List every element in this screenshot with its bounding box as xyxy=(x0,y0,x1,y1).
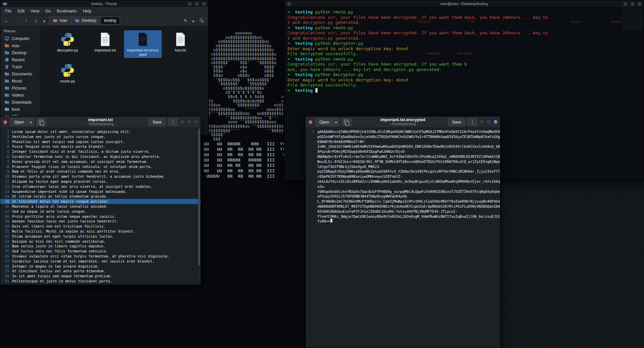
text-line: YYvmfCOKKs_SWgje7QwCd3K1woky89eXh7e6SSkL… xyxy=(306,214,500,219)
document-title-block: important.txt.encrypted ~/Desktop/testin… xyxy=(380,117,425,126)
desktop-icon-label[interactable]: lemuresin xyxy=(457,51,473,55)
desktop-icon-label[interactable]: Oragsty xyxy=(418,20,431,24)
text-line: 15In tincidunt metus non mauris congue p… xyxy=(0,199,201,204)
text-line: 14Ut rutrum turpis ac tellus elementum g… xyxy=(0,194,201,199)
text-line: oW0A0d6NT9ORLE7_RRIYSTUgbNA00OhNEzfKjdxH… xyxy=(306,204,500,209)
text-line: 21Nulla facilisi. Morbi id sapien ac nis… xyxy=(0,229,201,234)
text-line: 1Lorem ipsum dolor sit amet, consectetur… xyxy=(0,129,201,134)
text-line: ePSzpuIVXGiJ57OPVENBJN44TbNy0nyg0WVqU04y… xyxy=(306,194,500,199)
document-title-block: important.txt ~/Desktop/testing xyxy=(87,117,114,126)
minimize-button[interactable] xyxy=(180,120,184,124)
desktop-icon-label[interactable]: CTF xyxy=(467,20,474,24)
text-line: eqISDRgqXrD2qJXNKxyKHymNkZptpdZd6Fhs4_YZ… xyxy=(306,169,500,174)
text-line: 4Fusce feugiat eros non mauris porta bla… xyxy=(0,144,201,149)
text-line: x2a- xyxy=(306,184,500,189)
editor-window-controls xyxy=(180,120,198,124)
open-button[interactable]: Open xyxy=(315,118,333,126)
text-line: 6Curabitur fermentum nunc in dui tincidu… xyxy=(0,154,201,159)
text-line: XPqzsBrPUhojM25Qwg5d6hK01EpgFwAJANGnrDjx… xyxy=(306,149,500,154)
mousepad-icon xyxy=(3,120,8,125)
kebab-menu-icon xyxy=(171,120,175,124)
text-line: 31Pellentesque et justo in metus tincidu… xyxy=(0,279,201,284)
text-line: 30In sit amet turpis sed neque fermentum… xyxy=(0,274,201,279)
new-document-icon xyxy=(39,120,43,124)
chevron-down-icon xyxy=(335,120,337,124)
text-line: Nou3LIs-9fGC3sLvr6UQIQr9Gl_XF3N_5GMk14XT… xyxy=(306,159,500,164)
text-line: 3Phasellus sit amet turpis sed sapien lu… xyxy=(0,139,201,144)
desktop-icon-label[interactable]: lin.py xyxy=(571,20,580,24)
desktop: uuuuuuu uu$$$$$$$$$$$uu uu$$$$$$$$$$$$$$… xyxy=(0,0,644,348)
encrypted-text-area[interactable]: 1gAAAAABocnZCW8LHP0QVjh4JS5NLvEzXJMqxH3G… xyxy=(306,128,500,348)
desktop-icon-label[interactable]: postia xyxy=(611,20,621,24)
menu-button[interactable] xyxy=(468,118,477,126)
new-document-button[interactable] xyxy=(341,118,352,126)
text-line: 16Maecenas a ligula ut lacus convallis e… xyxy=(0,204,201,209)
open-dropdown-button[interactable] xyxy=(28,118,34,126)
editor-window-important-txt: Open important.txt ~/Desktop/testing Sav… xyxy=(0,116,201,285)
text-line: 26Vivamus vulputate orci vitae turpis fe… xyxy=(0,254,201,259)
text-line: 5Integer tincidunt nisi ut erat facilisi… xyxy=(0,149,201,154)
save-button[interactable]: Save xyxy=(149,118,166,126)
important-txt-text-area[interactable]: 1Lorem ipsum dolor sit amet, consectetur… xyxy=(0,128,201,285)
close-button[interactable] xyxy=(494,120,497,124)
open-button[interactable]: Open xyxy=(10,118,28,126)
text-line: 13Suspendisse imperdiet nibh id ipsum fe… xyxy=(0,189,201,194)
text-line: skkLAzYXurz5CcDnzBPAd2zrz3UWNuyDhG1abdXx… xyxy=(306,179,500,184)
editor-window-controls xyxy=(480,120,497,124)
scrollbar-thumb[interactable] xyxy=(198,129,200,265)
text-line: 20Duis vel libero non est tristique faci… xyxy=(0,224,201,229)
mousepad-icon xyxy=(308,120,313,125)
text-line: ASSbRCU6AOauEzoYaP3fJh1eJZ0d6C1UxaKG-Yot… xyxy=(306,209,500,214)
text-line: 27Curabitur lacinia lorem et est imperdi… xyxy=(0,259,201,264)
text-line: 25Sed luctus odio nec felis fermentum ve… xyxy=(0,249,201,254)
document-path: ~/Desktop/testing xyxy=(380,122,425,126)
new-document-icon xyxy=(344,120,348,124)
chevron-down-icon xyxy=(30,120,32,124)
new-document-button[interactable] xyxy=(36,118,46,126)
text-line: 11Aliquam eu lectus eget magna placerat … xyxy=(0,179,201,184)
text-line: 17Sed eu neque id ante luctus congue. xyxy=(0,209,201,214)
text-line: InWh_j0nb1Gl5W46JaKE4mMi91PmmewROua6XhQn… xyxy=(306,144,500,149)
document-title: important.txt xyxy=(87,117,114,122)
text-line: 23Quisque ac nisi nec nisl commodo vesti… xyxy=(0,239,201,244)
document-path: ~/Desktop/testing xyxy=(87,122,114,126)
text-line: fdRGgo8xQXCvhofN2w5n7Gwc8xGFYP40D0g_ourp… xyxy=(306,189,500,194)
text-line: 10Vivamus porta urna sit amet tortor hen… xyxy=(0,174,201,179)
desktop-icon-label[interactable]: snapchat xyxy=(426,51,441,55)
editor-scrollbar[interactable] xyxy=(198,129,200,284)
close-button[interactable] xyxy=(194,120,198,124)
text-line: K9KW5YDr0h683PMHoSTrNY- xyxy=(306,139,500,144)
text-line: 32Morbi vel nisl in nunc rutrum efficitu… xyxy=(0,284,201,285)
text-line: 7Donec gravida elit vel sem accumsan, at… xyxy=(0,159,201,164)
document-title: important.txt.encrypted xyxy=(380,117,425,122)
text-line: 2Vestibulum nec justo ut justo cursus co… xyxy=(0,134,201,139)
editor-headerbar[interactable]: Open important.txt ~/Desktop/testing Sav… xyxy=(0,116,201,128)
text-cursor xyxy=(330,219,332,222)
text-line: Yu0Q== xyxy=(306,219,500,224)
text-line: 12Cras ullamcorper lacus nec arcu viverr… xyxy=(0,184,201,189)
text-line: 18Proin porttitor arcu vitae neque egest… xyxy=(0,214,201,219)
editor-window-important-txt-encrypted: Open important.txt.encrypted ~/Desktop/t… xyxy=(305,116,500,348)
text-line: L_Bf4RmRoZml7bCNGnVMcFYQHQyclv_CqkOjMwNp… xyxy=(306,199,500,204)
save-button[interactable]: Save xyxy=(448,118,465,126)
text-line: 1gAAAAABocnZCW8LHP0QVjh4JS5NLvEzXJMqxH3G… xyxy=(306,129,500,134)
text-line: DWUWpQnr9zYFzHxIrrme7erlCoWNEyW8Z_Xof43O… xyxy=(306,154,500,159)
menu-button[interactable] xyxy=(168,118,178,126)
text-line: 19Aenean faucibus lacus nec justo lacini… xyxy=(0,219,201,224)
editor-headerbar[interactable]: Open important.txt.encrypted ~/Desktop/t… xyxy=(306,116,500,128)
text-line: 28Integer in magna in leo ornare digniss… xyxy=(0,264,201,269)
maximize-button[interactable] xyxy=(187,120,191,124)
kebab-menu-icon xyxy=(470,120,475,124)
open-dropdown-button[interactable] xyxy=(333,118,339,126)
text-line: 22Etiam accumsan est eget turpis ultrici… xyxy=(0,234,201,239)
text-line: 8Praesent feugiat risus in turpis vehicu… xyxy=(0,164,201,169)
text-line: 9Nam et felis ut erat convallis commodo … xyxy=(0,169,201,174)
text-line: ldtgoTS63T9NLhj2SAzOgx8_M0K23- xyxy=(306,164,500,169)
text-line: 24Nam varius justo in libero sagittis da… xyxy=(0,244,201,249)
minimize-button[interactable] xyxy=(480,120,483,124)
text-line: r0QePAI6Y7KDWpqN9KaxLywGMHovwysSZ0TnAJZ- xyxy=(306,174,500,179)
maximize-button[interactable] xyxy=(487,120,490,124)
text-line: 29Ut tincidunt lectus vel ante porta bib… xyxy=(0,269,201,274)
text-line: pGDJo4WFY6Tq5w6RwVun3njeVdBxZTKEQdYKHKCh… xyxy=(306,134,500,139)
